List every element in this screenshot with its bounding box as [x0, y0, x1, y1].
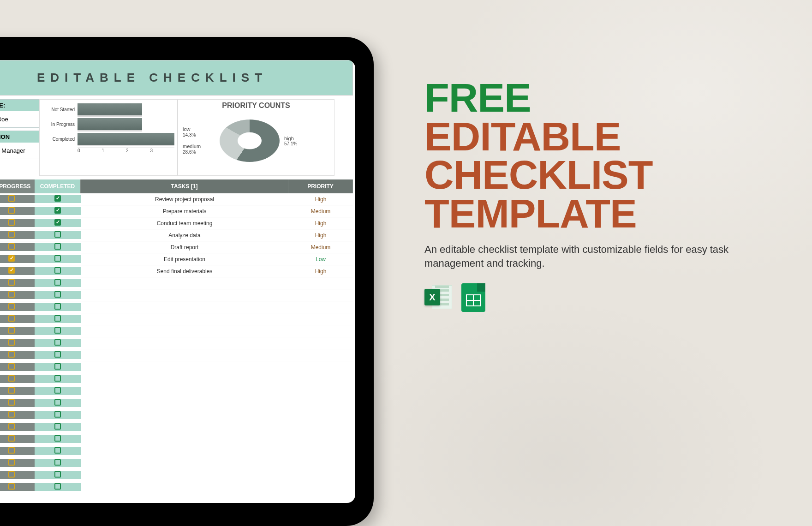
checkbox-icon[interactable]	[8, 279, 15, 286]
bar-completed	[78, 133, 174, 145]
table-row: Send final deliverablesHigh	[0, 265, 353, 277]
priority-pie-chart: PRIORITY COUNTS low14.3% medium28.6% hig…	[178, 99, 334, 176]
checkbox-icon[interactable]	[8, 447, 15, 454]
bar-not-started	[78, 103, 142, 115]
bar-label-not-started: Not Started	[42, 107, 75, 112]
task-cell[interactable]: Edit presentation	[81, 256, 288, 263]
priority-cell[interactable]: Low	[288, 256, 353, 263]
checkbox-icon[interactable]	[54, 231, 61, 238]
checkbox-icon[interactable]	[54, 327, 61, 334]
checkbox-icon[interactable]	[54, 351, 61, 358]
donut-icon	[220, 120, 280, 162]
checkbox-icon[interactable]	[8, 483, 15, 490]
task-cell[interactable]: Review project proposal	[81, 196, 288, 203]
checkbox-icon[interactable]	[8, 339, 15, 346]
checkbox-icon[interactable]	[54, 447, 61, 454]
checkbox-icon[interactable]	[54, 339, 61, 346]
table-row	[0, 337, 353, 349]
table-row	[0, 481, 353, 493]
checkbox-icon[interactable]	[8, 291, 15, 298]
google-sheets-icon[interactable]	[461, 283, 485, 312]
col-completed: COMPLETED	[35, 179, 81, 193]
task-cell[interactable]: Prepare materials	[81, 208, 288, 215]
description: An editable checklist template with cust…	[424, 243, 738, 270]
checkbox-icon[interactable]	[54, 207, 61, 214]
checkbox-icon[interactable]	[8, 411, 15, 418]
priority-cell[interactable]: High	[288, 232, 353, 239]
table-row	[0, 349, 353, 361]
checkbox-icon[interactable]	[54, 399, 61, 406]
checkbox-icon[interactable]	[8, 327, 15, 334]
checkbox-icon[interactable]	[54, 363, 61, 370]
priority-cell[interactable]: Medium	[288, 208, 353, 215]
checkbox-icon[interactable]	[8, 267, 15, 274]
table-row	[0, 433, 353, 445]
table-row	[0, 277, 353, 289]
sheet-title: EDITABLE CHECKLIST	[0, 60, 353, 96]
table-row	[0, 361, 353, 373]
checkbox-icon[interactable]	[8, 255, 15, 262]
summary-row: NAME: John Doe POSITION Social Media Man…	[0, 99, 353, 176]
bar-label-in-progress: In Progress	[42, 122, 75, 127]
checkbox-icon[interactable]	[8, 195, 15, 202]
checkbox-icon[interactable]	[54, 375, 61, 382]
priority-cell[interactable]: High	[288, 196, 353, 203]
position-label: POSITION	[0, 131, 39, 143]
checkbox-icon[interactable]	[8, 219, 15, 226]
checkbox-icon[interactable]	[54, 267, 61, 274]
checkbox-icon[interactable]	[54, 411, 61, 418]
table-row: Review project proposalHigh	[0, 193, 353, 205]
checkbox-icon[interactable]	[54, 255, 61, 262]
checkbox-icon[interactable]	[8, 387, 15, 394]
checkbox-icon[interactable]	[8, 471, 15, 478]
pie-label-high: high57.1%	[284, 136, 297, 146]
table-row	[0, 325, 353, 337]
task-cell[interactable]: Conduct team meeting	[81, 220, 288, 227]
checkbox-icon[interactable]	[54, 291, 61, 298]
headline-free: FREE	[424, 78, 766, 117]
priority-cell[interactable]: High	[288, 268, 353, 275]
checkbox-icon[interactable]	[54, 219, 61, 226]
checkbox-icon[interactable]	[8, 399, 15, 406]
checkbox-icon[interactable]	[8, 243, 15, 250]
priority-cell[interactable]: Medium	[288, 244, 353, 251]
checkbox-icon[interactable]	[8, 351, 15, 358]
tick-2: 2	[126, 148, 150, 153]
priority-cell[interactable]: High	[288, 220, 353, 227]
checkbox-icon[interactable]	[54, 195, 61, 202]
table-row	[0, 409, 353, 421]
checkbox-icon[interactable]	[8, 315, 15, 322]
checkbox-icon[interactable]	[8, 363, 15, 370]
checkbox-icon[interactable]	[8, 435, 15, 442]
checkbox-icon[interactable]	[8, 303, 15, 310]
checkbox-icon[interactable]	[54, 279, 61, 286]
checkbox-icon[interactable]	[8, 231, 15, 238]
spreadsheet: EDITABLE CHECKLIST NAME: John Doe POSITI…	[0, 60, 353, 493]
col-tasks: TASKS [1]	[81, 179, 288, 193]
position-value[interactable]: Social Media Manager	[0, 143, 39, 159]
checkbox-icon[interactable]	[54, 459, 61, 466]
checkbox-icon[interactable]	[54, 483, 61, 490]
bar-in-progress	[78, 118, 142, 130]
tick-1: 1	[102, 148, 126, 153]
pie-label-medium: medium28.6%	[183, 143, 215, 155]
task-cell[interactable]: Analyze data	[81, 232, 288, 239]
checkbox-icon[interactable]	[54, 243, 61, 250]
name-value[interactable]: John Doe	[0, 111, 39, 127]
checkbox-icon[interactable]	[8, 459, 15, 466]
checkbox-icon[interactable]	[8, 423, 15, 430]
task-cell[interactable]: Draft report	[81, 244, 288, 251]
excel-icon[interactable]: X	[424, 283, 452, 311]
checkbox-icon[interactable]	[54, 303, 61, 310]
checkbox-icon[interactable]	[8, 375, 15, 382]
checkbox-icon[interactable]	[54, 315, 61, 322]
table-row: Analyze dataHigh	[0, 229, 353, 241]
table-row: Edit presentationLow	[0, 253, 353, 265]
checkbox-icon[interactable]	[54, 471, 61, 478]
checkbox-icon[interactable]	[54, 435, 61, 442]
checkbox-icon[interactable]	[54, 423, 61, 430]
task-cell[interactable]: Send final deliverables	[81, 268, 288, 275]
checkbox-icon[interactable]	[54, 387, 61, 394]
tick-3: 3	[150, 148, 175, 153]
checkbox-icon[interactable]	[8, 207, 15, 214]
